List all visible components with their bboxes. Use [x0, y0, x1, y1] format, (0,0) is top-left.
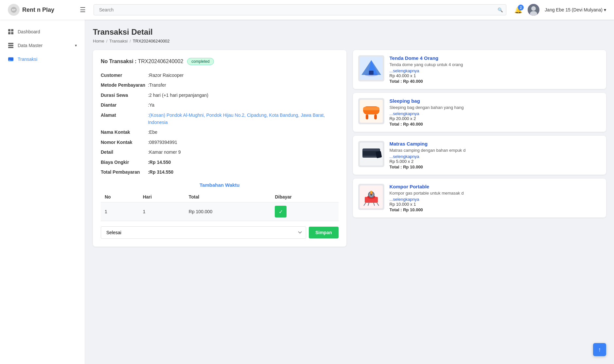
cell-total: Rp 100.000 — [185, 202, 271, 221]
breadcrumb-sep-2: / — [130, 39, 131, 43]
product-image-sleeping-bag — [358, 98, 384, 124]
user-menu-button[interactable]: Jang Ebe 15 (Devi Mulyana) ▾ — [545, 7, 606, 12]
simpan-button[interactable]: Simpan — [309, 227, 339, 238]
sidebar-item-data-master[interactable]: Data Master ▾ — [0, 39, 85, 52]
breadcrumb-transaksi[interactable]: Transaksi — [109, 39, 128, 43]
status-select-row: Selesai Proses Pending Simpan — [101, 226, 339, 239]
field-value-nama-kontak: :Ebe — [148, 129, 338, 136]
product-price-2: Rp 5.000 x 2 — [390, 159, 601, 164]
product-card-2: Matras Camping Matras camping dengan bah… — [353, 136, 606, 175]
hamburger-button[interactable]: ☰ — [80, 6, 86, 14]
col-total: Total — [185, 192, 271, 202]
product-total-1: Total : Rp 40.000 — [390, 122, 601, 127]
field-label-alamat: Alamat — [101, 112, 148, 126]
product-card-1: Sleeping bag Sleeping bag dengan bahan y… — [353, 93, 606, 132]
svg-rect-22 — [363, 107, 379, 110]
field-value-durasi: :2 hari (+1 hari perpanjangan) — [148, 92, 338, 99]
logo-icon: RP — [8, 4, 20, 16]
chevron-down-icon: ▾ — [604, 7, 606, 12]
search-bar: 🔍 — [94, 4, 506, 15]
cell-no: 1 — [101, 202, 139, 221]
field-label-nama-kontak: Nama Kontak — [101, 129, 148, 136]
product-desc-0: Tenda dome yang cukup untuk 4 orang — [390, 62, 601, 67]
avatar — [528, 4, 539, 16]
svg-rect-27 — [362, 148, 380, 151]
svg-point-41 — [371, 191, 372, 194]
field-value-diantar: :Ya — [148, 101, 338, 109]
product-name-0: Tenda Dome 4 Orang — [390, 55, 601, 61]
header: RP Rent n Play ☰ 🔍 🔔 2 Jang Ebe 15 (Devi… — [0, 0, 614, 20]
product-info-sleeping-bag: Sleeping bag Sleeping bag dengan bahan y… — [390, 98, 601, 127]
svg-rect-7 — [8, 32, 10, 34]
field-label-ongkir: Biaya Ongkir — [101, 159, 148, 166]
chevron-down-icon: ▾ — [75, 43, 77, 48]
product-link-1[interactable]: ...selengkapnya — [390, 111, 601, 116]
product-price-0: Rp 40.000 x 1 — [390, 73, 601, 78]
svg-rect-19 — [369, 71, 374, 75]
table-icon — [8, 43, 14, 48]
grid-icon — [8, 29, 14, 35]
field-label-customer: Customer — [101, 72, 148, 79]
field-value-ongkir: :Rp 14.550 — [148, 159, 338, 166]
product-card-0: Tenda Dome 4 Orang Tenda dome yang cukup… — [353, 50, 606, 89]
check-button[interactable]: ✓ — [275, 206, 287, 217]
transaction-header: No Transaksi : TRX202406240002 completed — [101, 58, 339, 65]
table-row: 1 1 Rp 100.000 ✓ — [101, 202, 339, 221]
product-image-matras — [358, 141, 384, 167]
layout: Dashboard Data Master ▾ Transaksi Transa… — [0, 20, 614, 364]
field-label-durasi: Durasi Sewa — [101, 92, 148, 99]
sidebar-item-transaksi[interactable]: Transaksi — [0, 52, 85, 66]
transaction-no-label: No Transaksi : — [101, 59, 136, 64]
notification-button[interactable]: 🔔 2 — [514, 6, 522, 14]
user-name: Jang Ebe 15 (Devi Mulyana) — [545, 7, 603, 12]
svg-rect-10 — [8, 45, 13, 46]
transaction-card: No Transaksi : TRX202406240002 completed… — [93, 50, 346, 247]
product-total-3: Total : Rp 10.000 — [390, 207, 601, 212]
field-value-detail: :Kamar nomer 9 — [148, 148, 338, 156]
products-column: Tenda Dome 4 Orang Tenda dome yang cukup… — [353, 50, 606, 247]
svg-rect-23 — [366, 114, 368, 119]
product-link-0[interactable]: ...selengkapnya — [390, 68, 601, 73]
field-label-total: Total Pembayaran — [101, 168, 148, 176]
field-label-metode: Metode Pembayaran — [101, 81, 148, 89]
svg-rect-5 — [8, 29, 10, 31]
scroll-top-button[interactable]: ↑ — [593, 343, 606, 356]
header-right: 🔔 2 Jang Ebe 15 (Devi Mulyana) ▾ — [514, 4, 606, 16]
product-desc-2: Matras camping dengan bahan empuk d — [390, 148, 601, 153]
svg-point-3 — [531, 6, 536, 11]
search-input[interactable] — [94, 4, 506, 15]
search-icon[interactable]: 🔍 — [498, 8, 503, 12]
product-price-3: Rp 10.000 x 1 — [390, 202, 601, 207]
field-label-detail: Detail — [101, 148, 148, 156]
main-content: Transaksi Detail Home / Transaksi / TRX2… — [85, 20, 614, 364]
field-value-customer: :Razor Raicooper — [148, 72, 338, 79]
field-value-total: :Rp 314.550 — [148, 168, 338, 176]
product-link-3[interactable]: ...selengkapnya — [390, 197, 601, 202]
product-info-tent: Tenda Dome 4 Orang Tenda dome yang cukup… — [390, 55, 601, 84]
sidebar-item-label-dashboard: Dashboard — [18, 29, 40, 34]
sidebar: Dashboard Data Master ▾ Transaksi — [0, 20, 85, 364]
product-price-1: Rp 20.000 x 2 — [390, 116, 601, 121]
tambahan-title: Tambahan Waktu — [101, 182, 339, 188]
breadcrumb-current: TRX202406240002 — [133, 39, 170, 43]
logo: RP Rent n Play — [8, 4, 73, 16]
product-name-2: Matras Camping — [390, 141, 601, 147]
svg-rect-13 — [8, 59, 13, 60]
status-select[interactable]: Selesai Proses Pending — [101, 226, 306, 239]
svg-rect-9 — [8, 43, 13, 44]
transaction-info: Customer :Razor Raicooper Metode Pembaya… — [101, 72, 339, 176]
product-image-tent — [358, 55, 384, 81]
product-link-2[interactable]: ...selengkapnya — [390, 154, 601, 159]
breadcrumb-home[interactable]: Home — [93, 39, 104, 43]
breadcrumb: Home / Transaksi / TRX202406240002 — [93, 39, 606, 43]
sidebar-item-label-transaksi: Transaksi — [18, 57, 37, 62]
svg-text:RP: RP — [12, 9, 16, 11]
credit-card-icon — [8, 56, 14, 62]
sidebar-item-dashboard[interactable]: Dashboard — [0, 25, 85, 39]
svg-rect-14 — [9, 60, 10, 61]
product-desc-3: Kompor gas portable untuk memasak d — [390, 191, 601, 196]
notification-badge: 2 — [518, 5, 524, 10]
product-info-kompor: Kompor Portable Kompor gas portable untu… — [390, 184, 601, 212]
sidebar-item-label-data-master: Data Master — [18, 43, 43, 48]
transaction-title: No Transaksi : TRX202406240002 — [101, 59, 183, 64]
